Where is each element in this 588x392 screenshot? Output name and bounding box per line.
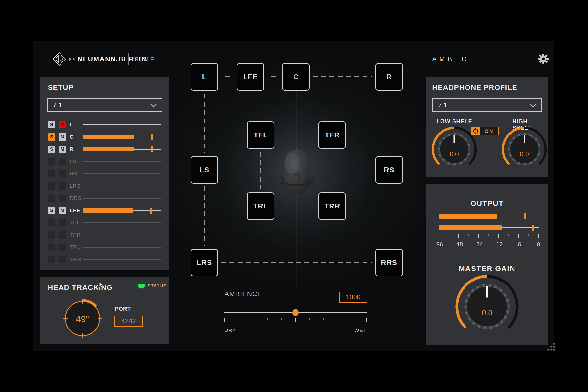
ambeo-logo: AMBΞO — [432, 55, 470, 63]
settings-gear-icon[interactable] — [538, 54, 549, 64]
connector-left-bottom — [204, 186, 204, 246]
high-shelf-knob[interactable] — [497, 122, 551, 176]
solo-button-TRR[interactable] — [48, 256, 55, 263]
ambience-tick — [338, 318, 338, 320]
master-gain-value: 0.0 — [482, 308, 492, 317]
mute-button-LRS[interactable] — [59, 182, 66, 190]
headphone-profile-title: HEADPHONE PROFILE — [432, 83, 517, 92]
setup-title: SETUP — [48, 83, 74, 92]
mute-button-L[interactable]: M — [59, 121, 66, 128]
ambience-wet-label: WET — [354, 327, 366, 333]
output-scale-tick — [488, 234, 489, 236]
solo-button-TFL[interactable] — [48, 219, 55, 226]
mute-button-LFE[interactable]: M — [59, 207, 66, 214]
channel-row-C: SMC — [40, 131, 169, 143]
channel-row-TFR: TFR — [40, 229, 169, 241]
ambience-slider-thumb[interactable] — [292, 309, 299, 316]
mute-button-RRS[interactable] — [59, 194, 66, 202]
channel-row-R: SMR — [40, 143, 169, 155]
output-scale-tick — [448, 234, 449, 236]
channel-row-TFL: TFL — [40, 216, 169, 229]
connector-l-lfe — [225, 76, 230, 77]
connector-trl-trr — [276, 206, 316, 206]
output-scale-label: -12 — [494, 241, 503, 248]
output-scale-tick — [528, 234, 529, 236]
ambience-tick — [352, 318, 352, 320]
mute-button-TRL[interactable] — [59, 244, 66, 251]
output-scale-label: -6 — [516, 241, 521, 248]
channel-meter-C — [83, 131, 161, 143]
ambience-slider-track[interactable] — [224, 312, 366, 313]
low-shelf-knob[interactable] — [427, 122, 481, 176]
channel-row-RRS: RRS — [40, 192, 169, 204]
listener-head — [278, 146, 315, 198]
channel-meter-TRR — [83, 253, 161, 266]
ambience-tick — [295, 318, 296, 322]
channel-label-C: C — [70, 134, 83, 140]
channel-row-LFE: SMLFE — [40, 204, 169, 216]
channel-meter-RRS — [83, 192, 161, 204]
channel-row-RS: RS — [40, 168, 169, 180]
solo-button-R[interactable]: S — [48, 146, 55, 153]
headphone-profile-dropdown[interactable]: 7.1 — [432, 98, 542, 112]
output-scale-ticks — [438, 234, 538, 238]
channel-row-L: SML — [40, 118, 169, 131]
connector-lrs-rrs — [221, 262, 372, 263]
connector-c-r — [312, 76, 372, 77]
solo-button-TRL[interactable] — [48, 244, 55, 251]
output-scale-label: -96 — [434, 241, 443, 248]
mute-button-TFL[interactable] — [59, 219, 66, 226]
channel-meter-R — [83, 143, 161, 155]
mute-button-C[interactable]: M — [59, 133, 66, 141]
port-label: PORT — [115, 306, 131, 312]
speaker-box-R: R — [375, 63, 403, 91]
speaker-box-TFR: TFR — [318, 121, 346, 149]
output-scale-tick — [498, 234, 499, 238]
solo-button-LS[interactable] — [48, 158, 55, 165]
output-scale-tick — [438, 234, 439, 238]
output-scale-tick — [458, 234, 459, 238]
channel-label-LS: LS — [70, 158, 83, 164]
mute-button-TFR[interactable] — [59, 231, 66, 239]
master-gain-knob[interactable] — [450, 270, 524, 343]
mute-button-R[interactable]: M — [59, 146, 66, 153]
channel-meter-TFR — [83, 229, 161, 241]
channel-label-LRS: LRS — [70, 183, 83, 189]
connector-tfl-tfr — [276, 134, 316, 135]
channel-label-RRS: RRS — [70, 195, 83, 201]
solo-button-RS[interactable] — [48, 170, 55, 178]
speaker-box-LFE: LFE — [237, 63, 264, 91]
connector-top-left-col — [260, 152, 261, 190]
channel-meter-TRL — [83, 241, 161, 253]
ambience-tick — [281, 318, 282, 320]
product-title: RIME — [134, 56, 156, 63]
channel-label-R: R — [70, 146, 83, 152]
connector-lfe-c — [271, 76, 276, 77]
setup-layout-value: 7.1 — [53, 102, 62, 109]
head-tracking-panel: HEAD TRACKING STATUS 49° PORT — [40, 277, 169, 344]
mute-button-LS[interactable] — [59, 158, 66, 165]
port-input[interactable] — [114, 316, 143, 327]
channel-row-LRS: LRS — [40, 180, 169, 192]
solo-button-RRS[interactable] — [48, 194, 55, 202]
mouse-cursor-icon — [99, 282, 104, 289]
solo-button-L[interactable]: S — [48, 121, 55, 128]
solo-button-LFE[interactable]: S — [48, 207, 55, 214]
ambience-tick — [252, 318, 253, 320]
channel-meter-LFE — [83, 204, 161, 216]
output-meter-1 — [438, 213, 538, 219]
output-meter-2 — [438, 225, 538, 231]
solo-button-TFR[interactable] — [48, 231, 55, 239]
output-scale-label: -48 — [454, 241, 463, 248]
ambience-value-box[interactable]: 1000 — [339, 292, 367, 303]
ambience-label: AMBIENCE — [224, 290, 262, 298]
status-led — [137, 283, 146, 288]
speaker-box-C: C — [282, 63, 310, 91]
output-scale-label: -24 — [474, 241, 483, 248]
mute-button-RS[interactable] — [59, 170, 66, 178]
setup-layout-dropdown[interactable]: 7.1 — [47, 98, 162, 112]
solo-button-C[interactable]: S — [48, 133, 55, 141]
mute-button-TRR[interactable] — [59, 256, 66, 263]
speaker-box-TFL: TFL — [247, 121, 274, 149]
solo-button-LRS[interactable] — [48, 182, 55, 190]
